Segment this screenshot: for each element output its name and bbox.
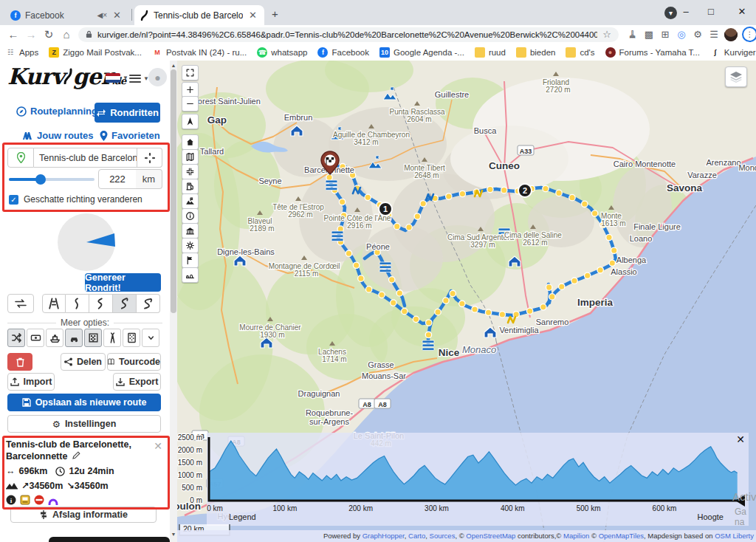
user-avatar[interactable]: ● xyxy=(148,68,167,86)
checkbox-checked-icon[interactable]: ✓ xyxy=(9,195,18,205)
map-tool-zoom-in[interactable] xyxy=(182,82,199,97)
route-waypoint-dot[interactable] xyxy=(571,278,577,284)
attribution-link[interactable]: Carto xyxy=(408,532,425,540)
extensions-puzzle-icon[interactable]: ⚙︎ xyxy=(690,29,706,40)
route-waypoint-dot[interactable] xyxy=(499,312,505,318)
distance-input[interactable]: 222 xyxy=(98,169,137,189)
route-waypoint-dot[interactable] xyxy=(402,308,408,314)
option-ferry-button[interactable] xyxy=(46,329,63,347)
distance-slider[interactable] xyxy=(9,178,94,181)
tab-close-icon[interactable]: ✕ xyxy=(111,10,123,20)
map-tool-settings[interactable] xyxy=(182,238,199,253)
curviness-highway-button[interactable] xyxy=(42,294,66,313)
route-waypoint-dot[interactable] xyxy=(339,199,345,205)
bookmark-item[interactable]: 10Google Agenda -... xyxy=(374,47,470,58)
attribution-link[interactable]: Sources xyxy=(430,532,456,540)
slider-thumb[interactable] xyxy=(35,174,46,185)
map-tool-passes[interactable] xyxy=(182,267,199,283)
route-waypoint-dot[interactable] xyxy=(326,174,332,180)
route-waypoint-dot[interactable] xyxy=(446,193,452,199)
curviness-curve-strong-button[interactable] xyxy=(113,294,137,313)
nav-favorieten[interactable]: Favorieten xyxy=(100,130,160,141)
elevation-area[interactable] xyxy=(209,441,738,501)
close-button[interactable]: ✕ xyxy=(729,0,755,22)
forward-icon[interactable]: → xyxy=(22,28,40,41)
map-tool-flag[interactable] xyxy=(182,253,199,268)
settings-button[interactable]: ⚙ Instellingen xyxy=(7,415,161,433)
route-waypoint-dot[interactable] xyxy=(379,292,385,298)
route-waypoint-dot[interactable] xyxy=(389,277,395,283)
option-tools-button[interactable] xyxy=(103,329,121,347)
no-entry-icon[interactable] xyxy=(34,495,44,505)
waypoint-marker-1[interactable]: 1 xyxy=(379,202,392,216)
route-waypoint-dot[interactable] xyxy=(591,210,597,216)
route-waypoint-dot[interactable] xyxy=(559,284,565,289)
curve-badge-icon[interactable] xyxy=(48,495,58,505)
route-waypoint-dot[interactable] xyxy=(426,320,432,326)
route-waypoint-dot[interactable] xyxy=(443,298,449,303)
scrollbar-thumb[interactable] xyxy=(171,69,176,313)
route-waypoint-dot[interactable] xyxy=(584,272,590,278)
scroll-up-icon[interactable]: ▲ xyxy=(170,63,177,68)
generate-roundtrip-button[interactable]: Genereer Rondrit! xyxy=(85,273,161,292)
route-waypoint-dot[interactable] xyxy=(425,332,431,337)
tab-rondritten[interactable]: Rondritten xyxy=(94,103,160,123)
map-canvas[interactable]: GuillestreForest Saint-JulienGapEmbrunTa… xyxy=(177,61,756,542)
route-waypoint-dot[interactable] xyxy=(435,309,441,315)
bookmark-item[interactable]: ʃKurviger - Dein Mot... xyxy=(705,47,756,58)
route-waypoint-dot[interactable] xyxy=(414,213,420,219)
new-tab-button[interactable]: + xyxy=(272,7,278,20)
route-waypoint-dot[interactable] xyxy=(597,267,603,273)
route-waypoint-dot[interactable] xyxy=(396,290,402,296)
route-waypoint-dot[interactable] xyxy=(543,185,549,191)
screenshot-icon[interactable]: ⊞ xyxy=(657,29,673,40)
scroll-down-icon[interactable]: ▼ xyxy=(170,532,177,537)
route-waypoint-dot[interactable] xyxy=(526,308,532,314)
route-waypoint-dot[interactable] xyxy=(346,250,351,256)
curviness-curve-medium-button[interactable] xyxy=(89,294,113,313)
route-waypoint-dot[interactable] xyxy=(546,284,551,290)
reload-icon[interactable]: ↻ xyxy=(40,28,58,41)
minimize-button[interactable]: – xyxy=(673,0,698,22)
tourcode-button[interactable]: Tourcode xyxy=(107,353,161,371)
map-tool-zoom-out[interactable] xyxy=(182,96,199,112)
edit-icon[interactable] xyxy=(72,451,80,459)
route-waypoint-dot[interactable] xyxy=(582,201,588,207)
import-button[interactable]: Import xyxy=(7,373,55,391)
delete-route-button[interactable] xyxy=(7,353,32,371)
map-tool-home[interactable] xyxy=(182,134,199,150)
shaping-point-marker[interactable] xyxy=(422,340,434,350)
bookmark-item[interactable]: ruud xyxy=(470,47,511,58)
tab-facebook[interactable]: f Facebook ◀× ✕ xyxy=(4,5,128,25)
option-toll-button[interactable] xyxy=(27,329,44,347)
bookmark-item[interactable]: bieden xyxy=(511,47,561,58)
legend-label[interactable]: Legend xyxy=(229,512,256,521)
shaping-point-marker[interactable] xyxy=(326,180,337,190)
attribution-link[interactable]: Mapilion xyxy=(563,532,589,540)
profile-avatar[interactable] xyxy=(724,28,738,41)
route-waypoint-dot[interactable] xyxy=(459,301,465,306)
direction-pie-widget[interactable] xyxy=(51,207,122,278)
sidebar-scrollbar[interactable]: ▲ ▼ xyxy=(170,61,177,542)
attribution-link[interactable]: OpenStreetMap xyxy=(466,532,515,540)
map-tool-info[interactable] xyxy=(182,208,199,224)
map-tool-collapse-view[interactable] xyxy=(182,164,199,179)
route-waypoint-dot[interactable] xyxy=(365,194,371,200)
vignette-icon[interactable] xyxy=(20,495,30,505)
curviness-curve-extreme-button[interactable] xyxy=(137,294,160,313)
route-waypoint-dot[interactable] xyxy=(487,186,493,192)
direction-checkbox-row[interactable]: ✓ Geschatte richting veranderen xyxy=(9,194,142,205)
option-shuffle-button[interactable] xyxy=(7,329,25,347)
map-tool-fuel-station[interactable] xyxy=(182,179,199,194)
option-caret-button[interactable] xyxy=(142,329,159,347)
layers-button[interactable] xyxy=(725,66,747,87)
maximize-button[interactable]: □ xyxy=(698,0,724,22)
route-waypoint-dot[interactable] xyxy=(606,234,612,240)
use-current-location-button[interactable] xyxy=(137,148,162,168)
route-waypoint-dot[interactable] xyxy=(365,287,371,292)
bookmark-item[interactable]: ZZiggo Mail Postvak... xyxy=(44,47,147,58)
route-waypoint-dot[interactable] xyxy=(413,316,419,322)
address-bar[interactable]: kurviger.de/nl?point=44.38496%2C6.65846&… xyxy=(78,27,619,42)
tab-routeplanning[interactable]: Routeplanning xyxy=(16,106,97,117)
bookmark-item[interactable]: cd's xyxy=(560,47,599,58)
